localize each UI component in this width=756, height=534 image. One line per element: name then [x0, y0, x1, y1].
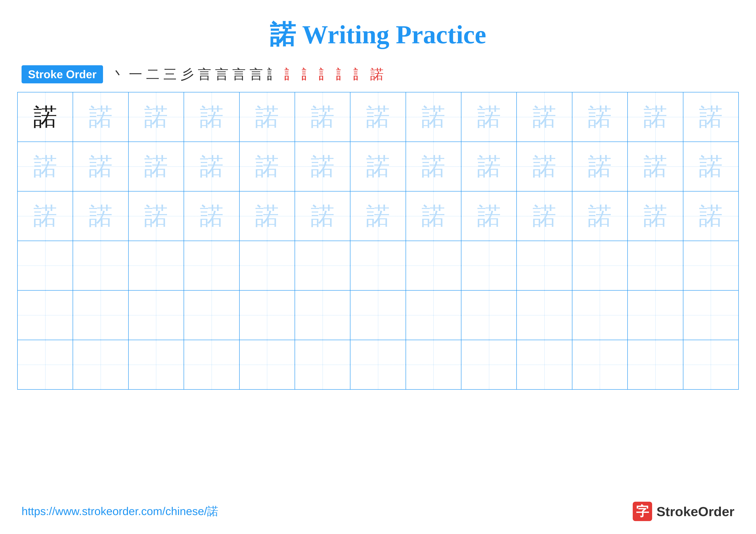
table-cell[interactable] [128, 340, 184, 390]
table-cell[interactable]: 諾 [683, 191, 739, 241]
table-cell[interactable] [73, 241, 128, 291]
table-cell[interactable] [628, 340, 683, 390]
table-row: 諾 諾 諾 諾 諾 諾 諾 諾 諾 諾 諾 諾 諾 [17, 142, 739, 191]
table-cell[interactable] [517, 241, 572, 291]
table-cell[interactable] [295, 291, 350, 340]
stroke-4: 三 [163, 65, 177, 83]
table-cell[interactable]: 諾 [517, 191, 572, 241]
table-cell[interactable]: 諾 [17, 191, 73, 241]
practice-char: 諾 [311, 153, 335, 180]
table-cell[interactable]: 諾 [406, 142, 461, 191]
table-cell[interactable] [73, 340, 128, 390]
table-cell[interactable]: 諾 [128, 142, 184, 191]
table-cell[interactable]: 諾 [517, 142, 572, 191]
table-cell[interactable]: 諾 [128, 92, 184, 142]
table-cell[interactable] [628, 241, 683, 291]
table-cell[interactable]: 諾 [406, 92, 461, 142]
practice-char: 諾 [366, 203, 390, 229]
table-cell[interactable] [73, 291, 128, 340]
table-cell[interactable] [295, 241, 350, 291]
table-cell[interactable]: 諾 [683, 142, 739, 191]
table-cell[interactable]: 諾 [350, 142, 406, 191]
table-cell[interactable] [184, 241, 239, 291]
table-cell[interactable] [406, 291, 461, 340]
table-cell[interactable]: 諾 [73, 142, 128, 191]
table-cell[interactable] [184, 340, 239, 390]
table-cell[interactable]: 諾 [295, 142, 350, 191]
table-cell[interactable] [350, 340, 406, 390]
table-cell[interactable]: 諾 [239, 92, 295, 142]
practice-char: 諾 [89, 203, 113, 229]
stroke-3: 二 [146, 65, 159, 83]
table-cell[interactable] [239, 291, 295, 340]
table-cell[interactable] [406, 340, 461, 390]
table-cell[interactable] [239, 340, 295, 390]
table-cell[interactable]: 諾 [184, 92, 239, 142]
table-cell[interactable]: 諾 [628, 191, 683, 241]
stroke-7: 言 [215, 65, 229, 83]
table-cell[interactable] [295, 340, 350, 390]
table-cell[interactable]: 諾 [17, 142, 73, 191]
table-cell[interactable] [572, 241, 628, 291]
table-cell[interactable] [406, 241, 461, 291]
stroke-6: 言 [198, 65, 211, 83]
practice-char: 諾 [144, 153, 168, 180]
table-cell[interactable]: 諾 [128, 191, 184, 241]
table-cell[interactable]: 諾 [683, 92, 739, 142]
table-cell[interactable] [350, 291, 406, 340]
footer-url[interactable]: https://www.strokeorder.com/chinese/諾 [21, 504, 218, 519]
practice-char: 諾 [643, 153, 667, 180]
table-cell[interactable] [461, 291, 517, 340]
table-cell[interactable]: 諾 [184, 142, 239, 191]
table-cell[interactable]: 諾 [572, 142, 628, 191]
table-cell[interactable] [517, 340, 572, 390]
table-cell[interactable]: 諾 [517, 92, 572, 142]
table-cell[interactable]: 諾 [295, 92, 350, 142]
table-cell[interactable]: 諾 [239, 191, 295, 241]
table-cell[interactable]: 諾 [350, 92, 406, 142]
table-cell[interactable]: 諾 [73, 191, 128, 241]
table-cell[interactable]: 諾 [239, 142, 295, 191]
stroke-10: 訁 [267, 65, 280, 83]
stroke-sequence: 丶 一 二 三 彡 言 言 言 言 訁 訁 訁 訁 訁 訁 諾 [112, 65, 384, 83]
table-cell[interactable] [461, 340, 517, 390]
table-cell[interactable] [17, 291, 73, 340]
table-cell[interactable]: 諾 [572, 92, 628, 142]
table-cell[interactable]: 諾 [184, 191, 239, 241]
table-cell[interactable]: 諾 [295, 191, 350, 241]
table-cell[interactable]: 諾 [17, 92, 73, 142]
table-cell[interactable] [517, 291, 572, 340]
table-cell[interactable] [628, 291, 683, 340]
practice-char: 諾 [366, 104, 390, 130]
table-cell[interactable] [572, 291, 628, 340]
table-cell[interactable]: 諾 [628, 92, 683, 142]
practice-char: 諾 [477, 153, 501, 180]
table-cell[interactable] [683, 340, 739, 390]
table-cell[interactable]: 諾 [461, 92, 517, 142]
footer-logo: 字 StrokeOrder [633, 502, 735, 521]
table-cell[interactable] [683, 291, 739, 340]
table-cell[interactable] [184, 291, 239, 340]
stroke-14: 訁 [336, 65, 349, 83]
table-cell[interactable]: 諾 [628, 142, 683, 191]
table-cell[interactable] [17, 340, 73, 390]
table-cell[interactable] [572, 340, 628, 390]
table-cell[interactable] [128, 241, 184, 291]
table-cell[interactable] [128, 291, 184, 340]
table-cell[interactable]: 諾 [572, 191, 628, 241]
table-cell[interactable] [683, 241, 739, 291]
table-cell[interactable]: 諾 [406, 191, 461, 241]
table-cell[interactable]: 諾 [461, 142, 517, 191]
practice-char: 諾 [421, 203, 445, 229]
table-cell[interactable]: 諾 [350, 191, 406, 241]
table-cell[interactable] [350, 241, 406, 291]
table-cell[interactable]: 諾 [461, 191, 517, 241]
practice-char: 諾 [200, 203, 224, 229]
table-cell[interactable] [461, 241, 517, 291]
table-cell[interactable] [239, 241, 295, 291]
table-cell[interactable] [17, 241, 73, 291]
table-cell[interactable]: 諾 [73, 92, 128, 142]
page-title: 諾 Writing Practice [0, 0, 756, 61]
stroke-1: 丶 [112, 65, 125, 83]
practice-char: 諾 [421, 104, 445, 130]
